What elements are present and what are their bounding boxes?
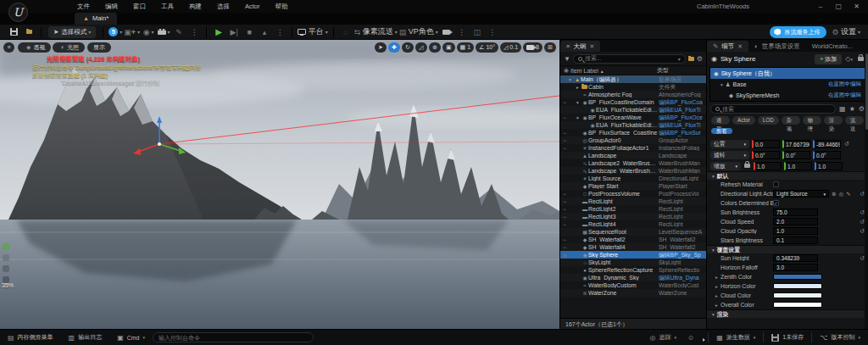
- filter-chip-2[interactable]: LOD: [758, 116, 779, 125]
- property-input[interactable]: 0.1: [773, 236, 818, 244]
- edit-pen-icon[interactable]: ✎: [172, 26, 186, 38]
- close-icon[interactable]: ✕: [737, 41, 743, 52]
- component-row-base[interactable]: ▾♟ Base 在蓝图中编辑: [710, 79, 865, 90]
- world-space-toggle[interactable]: ⊕: [429, 42, 441, 53]
- visibility-eye-icon[interactable]: ∼: [560, 191, 569, 197]
- outliner-row[interactable]: ☼SkyLightSkyLight: [560, 259, 706, 266]
- property-input[interactable]: 75.0: [773, 209, 818, 216]
- property-input[interactable]: 1.0: [773, 227, 818, 235]
- tab-worldcreator[interactable]: WorldCreato...: [806, 41, 859, 52]
- outliner-row[interactable]: ≈WaterBodyCustomWaterBodyCust: [560, 281, 706, 289]
- toolbar-overflow-icon[interactable]: ⋮: [187, 26, 201, 38]
- content-drawer-button[interactable]: ▤ 内容侧滑菜单: [0, 333, 61, 342]
- property-checkbox[interactable]: ✓: [773, 200, 779, 206]
- add-component-button[interactable]: +添加: [815, 54, 842, 64]
- edit-in-blueprint-link[interactable]: 在蓝图中编辑: [828, 81, 861, 88]
- plugin-badge-button[interactable]: 5▾: [108, 26, 122, 38]
- scale-y-field[interactable]: 1.0: [784, 162, 812, 170]
- visibility-eye-icon[interactable]: ∼: [560, 198, 569, 204]
- grid-snap-toggle[interactable]: ▦1: [457, 42, 475, 53]
- play-button[interactable]: ▶: [212, 26, 225, 38]
- color-swatch[interactable]: [773, 274, 822, 280]
- filter-chip-5[interactable]: 渲染: [824, 116, 843, 125]
- take-recorder-button[interactable]: [440, 26, 453, 38]
- collab-options-icon[interactable]: ⋮: [486, 26, 499, 38]
- view-mode-dropdown[interactable]: ◐光照: [53, 42, 85, 53]
- scale-z-field[interactable]: 1.0: [815, 162, 843, 170]
- rotation-y-field[interactable]: 0.0°: [782, 151, 810, 159]
- maximize-button[interactable]: ▢: [831, 0, 847, 13]
- revision-control-dropdown[interactable]: ⌥ 版本控制▾: [812, 333, 868, 342]
- scale-dropdown[interactable]: 缩放▾: [710, 162, 741, 170]
- filter-chip-4[interactable]: 物理: [803, 116, 821, 125]
- cmd-dropdown[interactable]: ▣ Cmd▾: [109, 334, 153, 342]
- select-tool-button[interactable]: ➤: [375, 42, 387, 53]
- blueprints-button[interactable]: ◉▾: [142, 26, 155, 38]
- stream-upload-button[interactable]: 推流服务上传: [770, 26, 826, 38]
- rotation-snap-toggle[interactable]: ∠10°: [476, 42, 498, 53]
- filter-icon[interactable]: ▼: [564, 55, 570, 63]
- eject-button[interactable]: ▴: [258, 26, 271, 38]
- outliner-row[interactable]: ☀Light SourceDirectionalLight: [560, 175, 706, 182]
- visibility-eye-icon[interactable]: ∼: [560, 137, 569, 143]
- scale-tool-button[interactable]: ◿: [415, 42, 427, 53]
- pixel-streaming-dropdown[interactable]: ⇆ 像素流送▾: [354, 26, 398, 38]
- platform-dropdown[interactable]: 平台▾: [298, 26, 328, 38]
- menu-item-1[interactable]: 编辑: [97, 0, 125, 13]
- select-mode-dropdown[interactable]: ➤ 选择模式▾: [48, 26, 96, 38]
- outliner-row[interactable]: ∼▬RectLight3RectLight: [560, 213, 706, 220]
- outliner-settings-icon[interactable]: ⚙: [697, 55, 703, 63]
- perspective-dropdown[interactable]: ◈透视: [18, 42, 51, 53]
- color-swatch[interactable]: [773, 292, 822, 298]
- blueprint-graph-icon[interactable]: ◇▾: [845, 55, 853, 63]
- section-header[interactable]: ▾覆盖设置: [707, 245, 868, 253]
- section-header[interactable]: ▾渲染: [707, 309, 868, 318]
- actor-type-edit-link[interactable]: 编辑BP_FluxSur: [659, 129, 706, 137]
- outliner-row[interactable]: ∼◉BP_FluxSurface_Coastline编辑BP_FluxSur: [560, 129, 706, 136]
- outliner-search-input[interactable]: 搜索... ▾: [573, 54, 686, 64]
- property-checkbox[interactable]: [773, 181, 779, 187]
- minimize-button[interactable]: –: [813, 0, 829, 13]
- output-log-button[interactable]: ▥ 输出日志: [61, 333, 110, 342]
- outliner-row[interactable]: ∼◆SH_Waterfall2SH_Waterfall2: [560, 236, 706, 243]
- maximize-viewport-button[interactable]: ⊞: [544, 42, 556, 53]
- tab-outliner[interactable]: ≡ 大纲 ✕: [560, 41, 600, 52]
- visibility-eye-icon[interactable]: ∼: [560, 236, 569, 242]
- outliner-row[interactable]: ∼✳InstancedFoliageActor1InstancedFoliag: [560, 144, 706, 152]
- menu-item-6[interactable]: Actor: [237, 0, 268, 13]
- menu-item-4[interactable]: 构建: [181, 0, 209, 13]
- visibility-eye-icon[interactable]: ∼: [560, 206, 569, 212]
- outliner-row[interactable]: ▲LandscapeLandscape: [560, 152, 706, 159]
- close-icon[interactable]: ✕: [589, 41, 594, 52]
- color-swatch[interactable]: [773, 283, 822, 289]
- browse-content-button[interactable]: [22, 26, 36, 38]
- visibility-eye-icon[interactable]: ∼: [560, 114, 569, 120]
- surface-snap-toggle[interactable]: ▣: [442, 42, 455, 53]
- scale-snap-toggle[interactable]: ◿0.1: [500, 42, 521, 53]
- property-input[interactable]: 2.0: [773, 218, 818, 225]
- stop-button[interactable]: ■: [242, 26, 256, 38]
- filter-chip-1[interactable]: Actor: [732, 116, 755, 125]
- unsaved-button[interactable]: 1未保存: [764, 333, 811, 342]
- close-button[interactable]: ✕: [849, 0, 865, 13]
- visibility-eye-icon[interactable]: ◉: [560, 252, 569, 258]
- component-row-self[interactable]: ◉Sky Sphere（自我）: [710, 68, 865, 79]
- outliner-row[interactable]: ∼▬RectLight4RectLight: [560, 220, 706, 228]
- lock-icon[interactable]: [858, 57, 864, 61]
- viewport-options-menu-icon[interactable]: ≡: [3, 42, 14, 53]
- visibility-eye-icon[interactable]: ∼: [560, 145, 569, 151]
- location-x-field[interactable]: 0.0: [752, 140, 780, 148]
- outliner-row[interactable]: ∼◎GroupActor0GroupActor: [560, 136, 706, 144]
- outliner-row[interactable]: ∼▬RectLightRectLight: [560, 198, 706, 205]
- rotation-z-field[interactable]: 0.0°: [813, 151, 841, 159]
- favorites-icon[interactable]: ★: [849, 105, 855, 113]
- collab-button[interactable]: ◫: [470, 26, 484, 38]
- misc-plugin-icon[interactable]: ◌: [339, 26, 353, 38]
- location-dropdown[interactable]: 位置▾: [710, 140, 749, 148]
- outliner-row[interactable]: ∼□PostProcessVolumePostProcessVol: [560, 190, 706, 198]
- session-face-icon[interactable]: ☺: [684, 334, 698, 342]
- scale-lock-icon[interactable]: [744, 164, 750, 168]
- property-dropdown[interactable]: Light Source▾: [773, 190, 829, 198]
- menu-item-0[interactable]: 文件: [70, 0, 97, 13]
- menu-item-7[interactable]: 帮助: [268, 0, 296, 13]
